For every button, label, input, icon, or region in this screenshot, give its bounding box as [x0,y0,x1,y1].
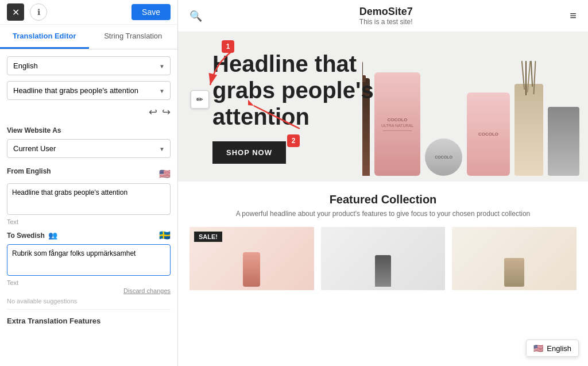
shop-now-button[interactable]: SHOP NOW [212,141,286,164]
product-grid: SALE! [189,227,577,290]
language-badge[interactable]: 🇺🇸 English [526,340,579,357]
tabs-container: Translation Editor String Translation [0,25,177,49]
product-silver-jar: COCOLO [425,138,462,176]
to-textarea[interactable]: Rubrik som fångar folks uppmärksamhet [7,244,171,276]
lang-badge-label: English [547,344,571,353]
ai-users-icon: 👥 [48,231,57,240]
from-header: From English 🇺🇸 [7,167,171,180]
top-bar: ✕ ℹ Save [0,0,177,25]
featured-title: Featured Collection [189,193,577,206]
annotation-arrow-1 [204,51,250,97]
hero-section: 1 ✏ Headline that grabs people's attenti… [178,32,588,182]
menu-icon-button[interactable]: ≡ [570,9,577,22]
headline-dropdown[interactable]: Headline that grabs people's attention [7,81,171,100]
from-textarea[interactable]: Headline that grabs people's attention [7,183,171,215]
close-button[interactable]: ✕ [7,3,24,21]
site-tagline: This is a test site! [211,18,560,26]
discard-row: Discard changes [7,287,171,294]
language-dropdown-wrapper: English Swedish French German ▼ [7,56,171,75]
to-header: To Swedish 👥 🇸🇪 [7,230,171,241]
info-button[interactable]: ℹ [30,3,47,21]
to-flag: 🇸🇪 [159,230,171,241]
product-card-2-bg [321,227,446,290]
panel-content: English Swedish French German ▼ Headline… [0,49,177,366]
view-website-as-section: View Website As Current User Guest Admin… [7,126,171,158]
redo-button[interactable]: ↪ [162,106,171,118]
product-diffuser [514,84,543,176]
undo-redo-group: ↩ ↪ [7,106,171,118]
to-label: To Swedish [7,232,45,240]
from-section: From English 🇺🇸 Headline that grabs peop… [7,167,171,225]
annotation-arrow-2 [248,100,305,134]
language-dropdown[interactable]: English Swedish French German [7,56,171,75]
product-grey-jar [548,107,579,176]
site-header: 🔍 DemoSite7 This is a test site! ≡ [178,0,588,32]
extra-features-title: Extra Translation Features [7,317,171,325]
save-button[interactable]: Save [131,4,171,20]
left-panel: ✕ ℹ Save Translation Editor String Trans… [0,0,178,366]
product-card-1: SALE! [189,227,314,290]
featured-section: Featured Collection A powerful headline … [178,182,588,302]
tab-translation-editor[interactable]: Translation Editor [0,25,89,49]
view-as-dropdown[interactable]: Current User Guest Admin [7,139,171,158]
to-field-type: Text [7,279,171,286]
product-card-2 [321,227,446,290]
from-flag: 🇺🇸 [159,168,171,179]
suggestions-text: No available suggestions [7,298,171,305]
to-section: To Swedish 👥 🇸🇪 Rubrik som fångar folks … [7,230,171,305]
from-field-type: Text [7,218,171,225]
annotation-1: 1 [222,40,234,53]
site-name: DemoSite7 [211,6,560,18]
tab-string-translation[interactable]: String Translation [89,25,178,49]
product-pink-tall-jar: COCOLO [467,93,510,176]
lang-badge-flag: 🇺🇸 [533,344,543,353]
undo-button[interactable]: ↩ [149,106,157,118]
to-label-group: To Swedish 👥 [7,231,57,240]
main-content: 🔍 DemoSite7 This is a test site! ≡ 1 ✏ [178,0,588,366]
view-as-label: View Website As [7,126,171,134]
annotation-2: 2 [287,134,300,147]
annotation-badge-2: 2 [287,134,300,147]
site-title-group: DemoSite7 This is a test site! [211,6,560,26]
search-icon-button[interactable]: 🔍 [189,10,202,22]
discard-changes-link[interactable]: Discard changes [123,287,171,294]
product-card-3-bg [452,227,577,290]
sale-badge-1: SALE! [194,232,222,242]
product-card-3 [452,227,577,290]
headline-dropdown-wrapper: Headline that grabs people's attention ▼ [7,81,171,100]
extra-translation-features: Extra Translation Features [7,309,171,325]
featured-subtitle: A powerful headline about your product's… [189,210,577,218]
from-label: From English [7,167,51,175]
view-as-dropdown-wrapper: Current User Guest Admin ▼ [7,139,171,158]
